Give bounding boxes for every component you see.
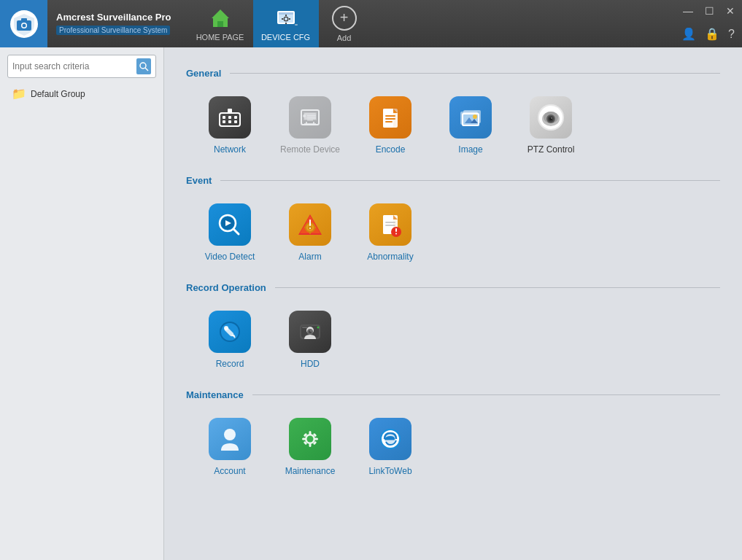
search-input[interactable] xyxy=(12,61,136,71)
video-detect-icon-box xyxy=(209,203,251,246)
add-icon: + xyxy=(332,6,357,31)
record-grid: Record xyxy=(186,305,720,375)
image-label: Image xyxy=(458,144,482,155)
svg-rect-71 xyxy=(314,227,316,228)
linktoweb-icon-box xyxy=(369,418,411,460)
home-icon xyxy=(209,7,232,30)
svg-rect-9 xyxy=(279,12,293,15)
tab-add-label: Add xyxy=(337,34,352,42)
svg-point-84 xyxy=(224,326,228,330)
remote-device-label: Remote Device xyxy=(280,144,340,155)
device-cfg-icon xyxy=(274,7,298,30)
tab-add[interactable]: + Add xyxy=(319,0,370,47)
svg-rect-6 xyxy=(217,21,223,27)
search-button[interactable] xyxy=(136,58,151,74)
maintenance-icon-box xyxy=(289,418,331,460)
alarm-icon-box xyxy=(289,203,331,246)
svg-rect-91 xyxy=(302,327,308,328)
record-icon-box xyxy=(209,311,251,353)
tab-home[interactable]: HOME PAGE xyxy=(188,0,253,47)
minimize-button[interactable]: — xyxy=(680,4,696,18)
svg-rect-80 xyxy=(395,228,397,232)
general-grid: Network xyxy=(186,90,720,160)
svg-point-92 xyxy=(317,327,320,329)
video-detect-item[interactable]: Video Detect xyxy=(193,198,266,268)
svg-rect-98 xyxy=(302,438,306,440)
group-label: Default Group xyxy=(31,89,85,99)
svg-point-17 xyxy=(140,63,146,69)
lock-icon[interactable]: 🔒 xyxy=(705,27,719,41)
svg-rect-15 xyxy=(289,18,290,20)
tab-home-label: HOME PAGE xyxy=(196,33,244,42)
remote-device-item: Remote Device xyxy=(274,90,347,160)
abnormality-item[interactable]: Abnormality xyxy=(354,198,427,268)
svg-point-95 xyxy=(307,436,314,443)
svg-rect-69 xyxy=(309,232,311,234)
svg-point-3 xyxy=(22,23,26,27)
svg-rect-97 xyxy=(309,443,312,447)
image-item[interactable]: Image xyxy=(434,90,507,160)
app-logo xyxy=(0,0,47,47)
hdd-item[interactable]: HDD xyxy=(274,305,347,375)
hdd-icon-box xyxy=(289,311,331,353)
svg-rect-42 xyxy=(385,118,395,120)
general-title: General xyxy=(186,68,221,79)
svg-rect-22 xyxy=(234,116,237,119)
main-content: 📁 Default Group General xyxy=(0,47,742,560)
video-detect-label: Video Detect xyxy=(205,252,255,262)
svg-point-11 xyxy=(285,18,287,20)
image-icon-box xyxy=(449,96,492,139)
title-bar: Amcrest Surveillance Pro Professional Su… xyxy=(0,0,742,47)
help-icon[interactable]: ? xyxy=(728,28,735,41)
window-controls: — ☐ ✕ xyxy=(676,0,742,22)
svg-line-18 xyxy=(145,68,148,71)
account-label: Account xyxy=(214,466,245,476)
close-button[interactable]: ✕ xyxy=(723,4,738,18)
abnormality-label: Abnormality xyxy=(367,252,413,262)
app-title-block: Amcrest Surveillance Pro Professional Su… xyxy=(47,12,180,36)
tab-device-cfg[interactable]: DEVICE CFG xyxy=(253,0,319,47)
alarm-item[interactable]: Alarm xyxy=(274,198,347,268)
app-title: Amcrest Surveillance Pro xyxy=(56,12,171,23)
record-label: Record xyxy=(216,359,244,369)
default-group[interactable]: 📁 Default Group xyxy=(7,84,156,104)
general-line xyxy=(230,73,720,74)
linktoweb-item[interactable]: LinkToWeb xyxy=(354,412,427,482)
user-icon[interactable]: 👤 xyxy=(681,27,696,41)
svg-rect-78 xyxy=(385,225,395,226)
svg-rect-12 xyxy=(285,15,287,16)
account-item[interactable]: Account xyxy=(193,412,266,482)
svg-rect-41 xyxy=(385,115,395,117)
event-line xyxy=(220,180,720,181)
account-icon-box xyxy=(209,418,251,460)
svg-rect-107 xyxy=(384,438,395,440)
network-icon-box xyxy=(209,96,251,139)
svg-rect-43 xyxy=(385,121,393,122)
linktoweb-label: LinkToWeb xyxy=(368,466,411,476)
encode-label: Encode xyxy=(376,144,406,155)
folder-icon: 📁 xyxy=(12,87,26,101)
svg-rect-81 xyxy=(395,233,397,235)
svg-rect-24 xyxy=(228,120,231,123)
network-item[interactable]: Network xyxy=(193,90,266,160)
general-section-header: General xyxy=(186,68,720,79)
nav-tabs: HOME PAGE DEVICE CFG xyxy=(188,0,370,47)
svg-rect-70 xyxy=(304,227,306,228)
event-title: Event xyxy=(186,175,212,186)
maximize-button[interactable]: ☐ xyxy=(702,4,717,18)
maintenance-line xyxy=(252,394,720,395)
event-section-header: Event xyxy=(186,175,720,186)
svg-rect-26 xyxy=(228,109,232,113)
top-icons: 👤 🔒 ? xyxy=(674,20,742,47)
encode-item[interactable]: Encode xyxy=(354,90,427,160)
network-label: Network xyxy=(214,144,246,155)
svg-rect-14 xyxy=(282,18,283,20)
svg-rect-77 xyxy=(385,222,395,223)
ptz-control-item[interactable]: PTZ Control xyxy=(514,90,587,160)
alarm-label: Alarm xyxy=(298,252,321,262)
svg-rect-36 xyxy=(307,117,316,119)
svg-point-93 xyxy=(224,429,236,440)
maintenance-icon-item[interactable]: Maintenance xyxy=(274,412,347,482)
record-item[interactable]: Record xyxy=(193,305,266,375)
app-subtitle: Professional Surveillance System xyxy=(56,26,170,35)
